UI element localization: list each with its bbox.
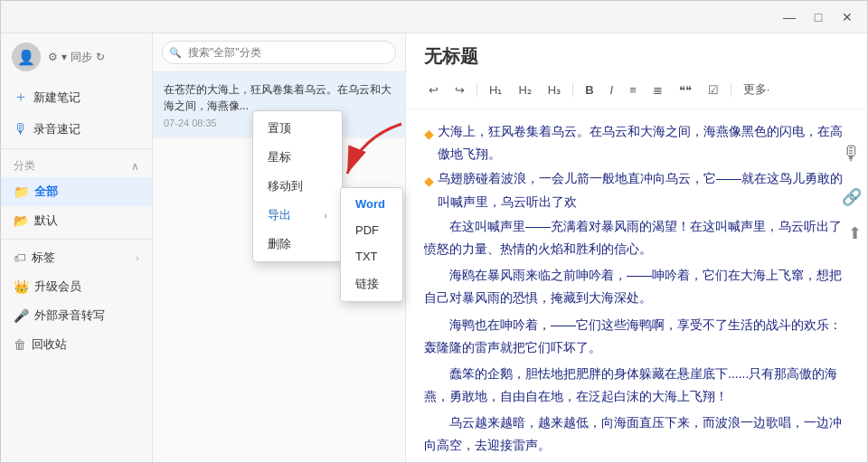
crown-icon: 👑 — [14, 279, 29, 294]
mic-icon: 🎙 — [14, 121, 28, 137]
avatar: 👤 — [12, 43, 41, 71]
voice-note-button[interactable]: 🎙 录音速记 — [1, 114, 152, 145]
align-button[interactable]: ≣ — [648, 81, 667, 99]
editor-panel: 无标题 ↩ ↪ H₁ H₂ H₃ B I ≡ ≣ ❝❝ ☑ 更多· — [406, 33, 867, 462]
external-icon: 🎤 — [14, 308, 29, 323]
editor-toolbar: ↩ ↪ H₁ H₂ H₃ B I ≡ ≣ ❝❝ ☑ 更多· — [424, 76, 849, 103]
note-title: 在苍茫的大海上，狂风卷集着乌云。在乌云和大海之间，海燕像... — [164, 81, 394, 114]
content-para-3: 在这叫喊声里——充满着对暴风雨的渴望！在这叫喊声里，乌云听出了愤怒的力量、热情的… — [424, 215, 849, 260]
share-icon[interactable]: ⬆ — [848, 223, 862, 243]
default-label: 默认 — [34, 213, 58, 229]
editor-header: 无标题 ↩ ↪ H₁ H₂ H₃ B I ≡ ≣ ❝❝ ☑ 更多· — [406, 33, 867, 109]
undo-button[interactable]: ↩ — [424, 81, 443, 99]
submenu-txt[interactable]: TXT — [341, 243, 402, 269]
chain-icon[interactable]: 🔗 — [842, 187, 862, 207]
content-para-7: 乌云越来越暗，越来越低，向海面直压下来，而波浪一边歌唱，一边冲向高空，去迎接雷声… — [424, 411, 849, 457]
export-submenu: Word PDF TXT 链接 — [340, 187, 403, 302]
sync-area: ⚙ ▾ 同步 ↻ — [48, 50, 105, 65]
mic-right-icon[interactable]: 🎙 — [842, 142, 862, 165]
settings-icon[interactable]: ⚙ — [48, 51, 58, 63]
folder-default-icon: 📂 — [14, 213, 29, 228]
tags-label: 标签 — [32, 250, 55, 266]
cm-pin[interactable]: 置顶 — [253, 114, 342, 143]
maximize-button[interactable]: □ — [806, 7, 831, 27]
chevron-down-icon: ▾ — [61, 51, 67, 63]
sidebar-item-upgrade[interactable]: 👑 升级会员 — [1, 272, 152, 301]
strikethrough-button[interactable]: ≡ — [625, 81, 641, 99]
trash-icon: 🗑 — [14, 337, 26, 352]
sidebar-item-trash[interactable]: 🗑 回收站 — [1, 330, 152, 359]
content-para-5: 海鸭也在呻吟着，——它们这些海鸭啊，享受不了生活的战斗的欢乐：轰隆隆的雷声就把它… — [424, 314, 849, 359]
content-para-6: 蠢笨的企鹅，胆怯地把肥胖的身体躲藏在悬崖底下......只有那高傲的海燕，勇敢地… — [424, 363, 849, 408]
cm-pin-label: 置顶 — [268, 120, 291, 137]
cm-export[interactable]: 导出 › — [253, 201, 342, 230]
content-para-8: 雷声轰鸣。波浪在愤怒的飞沫中呼叫，跟狂风争鸣。看 — [424, 461, 849, 462]
sidebar-item-all[interactable]: 📁 全部 — [1, 177, 152, 206]
toolbar-divider-2 — [572, 82, 573, 97]
refresh-icon[interactable]: ↻ — [96, 51, 105, 63]
chevron-right-icon: › — [136, 252, 139, 263]
app-window: — □ ✕ 👤 ⚙ ▾ 同步 ↻ ＋ 新建笔记 🎙 录音速 — [0, 0, 868, 463]
editor-content[interactable]: ◆ 大海上，狂风卷集着乌云。在乌云和大海之间，海燕像黑色的闪电，在高傲地飞翔。 … — [406, 109, 867, 462]
h2-button[interactable]: H₂ — [514, 81, 535, 99]
toolbar-divider-1 — [476, 82, 477, 97]
minimize-button[interactable]: — — [777, 7, 802, 27]
h1-button[interactable]: H₁ — [485, 81, 506, 99]
search-wrap — [162, 41, 396, 64]
submenu-link[interactable]: 链接 — [341, 269, 402, 298]
content-para-2: ◆ 乌翅膀碰着波浪，一会儿箭一般地直冲向乌云，它——就在这鸟儿勇敢的叫喊声里，乌… — [424, 167, 849, 213]
cm-star-label: 星标 — [268, 149, 291, 165]
all-label: 全部 — [34, 184, 58, 200]
upgrade-label: 升级会员 — [34, 279, 81, 295]
chevron-up-icon[interactable]: ∧ — [131, 160, 139, 173]
voice-note-label: 录音速记 — [33, 121, 80, 137]
cm-move-label: 移动到 — [268, 178, 303, 194]
sidebar-divider-2 — [1, 239, 152, 240]
sidebar-item-default[interactable]: 📂 默认 — [1, 206, 152, 235]
context-menu: 置顶 星标 移动到 导出 › 删除 Word PDF — [252, 110, 343, 262]
search-input[interactable] — [162, 41, 396, 64]
folder-icon: 📁 — [14, 184, 29, 199]
external-label: 外部录音转写 — [34, 307, 105, 324]
submenu-pdf[interactable]: PDF — [341, 217, 402, 243]
window-controls: — □ ✕ — [777, 7, 860, 27]
main-layout: 👤 ⚙ ▾ 同步 ↻ ＋ 新建笔记 🎙 录音速记 分类 ∧ — [1, 33, 867, 462]
content-text-1: 大海上，狂风卷集着乌云。在乌云和大海之间，海燕像黑色的闪电，在高傲地飞翔。 — [438, 120, 849, 165]
more-button[interactable]: 更多· — [739, 80, 775, 99]
italic-button[interactable]: I — [606, 81, 618, 99]
plus-icon: ＋ — [14, 88, 28, 107]
sidebar-item-external[interactable]: 🎤 外部录音转写 — [1, 301, 152, 330]
content-text-2: 乌翅膀碰着波浪，一会儿箭一般地直冲向乌云，它——就在这鸟儿勇敢的叫喊声里，乌云听… — [438, 167, 849, 213]
cm-move[interactable]: 移动到 — [253, 172, 342, 201]
checkbox-button[interactable]: ☑ — [703, 81, 723, 99]
diamond-bullet-1: ◆ — [424, 123, 434, 146]
quote-button[interactable]: ❝❝ — [675, 81, 696, 99]
title-bar: — □ ✕ — [1, 1, 867, 33]
content-para-4: 海鸥在暴风雨来临之前呻吟着，——呻吟着，它们在大海上飞窜，想把自己对暴风雨的恐惧… — [424, 264, 849, 309]
cm-star[interactable]: 星标 — [253, 143, 342, 172]
sync-label[interactable]: 同步 — [71, 50, 92, 65]
cm-arrow-icon: › — [324, 210, 327, 221]
new-note-label: 新建笔记 — [33, 90, 80, 106]
h3-button[interactable]: H₃ — [543, 81, 565, 99]
sidebar-divider-1 — [1, 148, 152, 149]
sidebar-section-category: 分类 ∧ — [1, 153, 152, 177]
close-button[interactable]: ✕ — [835, 7, 860, 27]
sidebar: 👤 ⚙ ▾ 同步 ↻ ＋ 新建笔记 🎙 录音速记 分类 ∧ — [1, 33, 153, 462]
content-para-1: ◆ 大海上，狂风卷集着乌云。在乌云和大海之间，海燕像黑色的闪电，在高傲地飞翔。 — [424, 120, 849, 165]
category-label: 分类 — [14, 158, 35, 174]
bold-button[interactable]: B — [580, 81, 598, 99]
tag-icon: 🏷 — [14, 250, 26, 265]
diamond-bullet-2: ◆ — [424, 170, 434, 193]
submenu-word[interactable]: Word — [341, 191, 402, 217]
trash-label: 回收站 — [32, 336, 67, 353]
toolbar-divider-3 — [731, 82, 731, 97]
editor-title[interactable]: 无标题 — [424, 44, 849, 69]
note-list-panel: 在苍茫的大海上，狂风卷集着乌云。在乌云和大海之间，海燕像... 07-24 08… — [153, 33, 406, 462]
sidebar-header: 👤 ⚙ ▾ 同步 ↻ — [1, 33, 152, 80]
sidebar-item-tags[interactable]: 🏷 标签 › — [1, 243, 152, 272]
new-note-button[interactable]: ＋ 新建笔记 — [1, 80, 152, 114]
search-bar — [153, 33, 405, 72]
cm-delete[interactable]: 删除 — [253, 230, 342, 259]
redo-button[interactable]: ↪ — [450, 81, 469, 99]
